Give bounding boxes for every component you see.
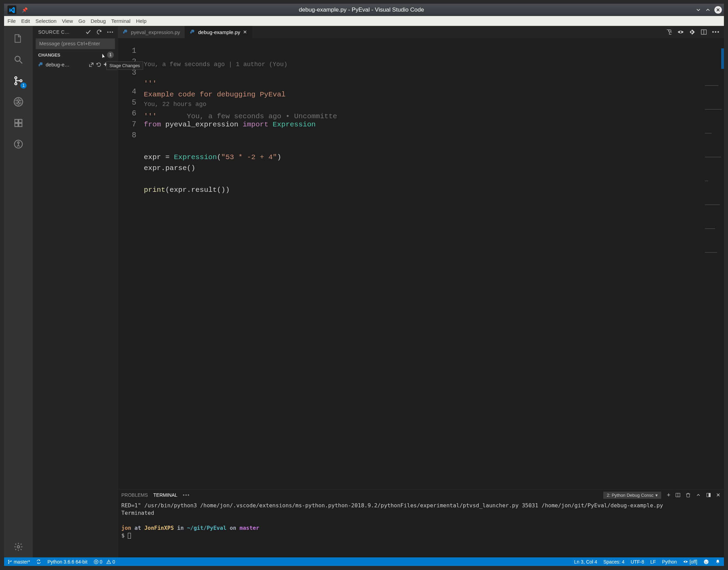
scm-title: SOURCE C… [33, 29, 85, 35]
vscode-icon [7, 5, 16, 14]
menu-file[interactable]: File [7, 18, 16, 24]
close-tab-icon[interactable]: ✕ [243, 29, 247, 35]
svg-point-9 [124, 30, 125, 31]
refresh-icon[interactable] [96, 29, 102, 35]
pin-icon[interactable]: 📌 [22, 7, 28, 13]
svg-point-3 [20, 80, 22, 82]
changes-heading: CHANGES [38, 52, 60, 58]
tabbar: pyeval_expression.py debug-example.py ✕ … [118, 26, 416, 38]
menu-selection[interactable]: Selection [35, 18, 57, 24]
editor-area: pyeval_expression.py debug-example.py ✕ … [118, 26, 416, 327]
activity-gitlens[interactable] [4, 134, 33, 155]
gutter: 1 2 3 4 5 6 7 8 [118, 38, 142, 327]
commit-icon[interactable] [85, 29, 91, 35]
code-text[interactable]: You, a few seconds ago | 1 author (You) … [144, 38, 416, 327]
scm-badge: 1 [20, 82, 27, 89]
activity-explorer[interactable] [4, 28, 33, 49]
blame-annotation: You, 22 hours ago [144, 100, 416, 108]
open-file-icon[interactable] [89, 62, 94, 67]
svg-point-6 [18, 142, 19, 143]
menu-edit[interactable]: Edit [21, 18, 30, 24]
menu-debug[interactable]: Debug [91, 18, 106, 24]
tab-inactive[interactable]: pyeval_expression.py [118, 26, 185, 38]
python-icon [38, 62, 44, 67]
changes-count: 1 [107, 51, 114, 58]
more-icon[interactable]: ••• [107, 30, 114, 35]
menu-help[interactable]: Help [136, 18, 147, 24]
activity-scm[interactable]: 1 [4, 70, 33, 91]
activity-extensions[interactable] [4, 112, 33, 134]
activity-bar: 1 [4, 26, 33, 327]
change-filename: debug-e… [46, 62, 87, 67]
python-icon [123, 29, 128, 35]
code-editor[interactable]: 1 2 3 4 5 6 7 8 You, a few seconds ago |… [118, 38, 416, 327]
tooltip: Stage Changes [106, 61, 143, 70]
commit-message-input[interactable]: Message (press Ctrl+Enter [35, 38, 115, 49]
menu-terminal[interactable]: Terminal [111, 18, 131, 24]
titlebar: 📌 debug-example.py - PyEval - Visual Stu… [4, 4, 416, 16]
cursor-icon [100, 53, 107, 61]
tab-label: pyeval_expression.py [131, 29, 180, 35]
svg-point-8 [40, 63, 40, 63]
change-row[interactable]: debug-e… + M [33, 60, 118, 70]
svg-point-2 [15, 83, 17, 85]
svg-point-10 [192, 30, 192, 31]
tab-label: debug-example.py [198, 29, 240, 35]
menu-go[interactable]: Go [78, 18, 85, 24]
svg-point-0 [15, 56, 20, 61]
svg-point-1 [15, 77, 17, 79]
scm-sidebar: SOURCE C… ••• Message (press Ctrl+Enter … [33, 26, 118, 327]
menubar: File Edit Selection View Go Debug Termin… [4, 16, 416, 26]
menu-view[interactable]: View [62, 18, 73, 24]
blame-annotation: You, a few seconds ago | 1 author (You) [144, 61, 416, 67]
discard-icon[interactable] [96, 62, 102, 67]
activity-search[interactable] [4, 49, 33, 70]
activity-debug[interactable] [4, 91, 33, 112]
tab-active[interactable]: debug-example.py ✕ [185, 26, 252, 38]
window-title: debug-example.py - PyEval - Visual Studi… [28, 6, 416, 13]
python-icon [190, 29, 195, 35]
